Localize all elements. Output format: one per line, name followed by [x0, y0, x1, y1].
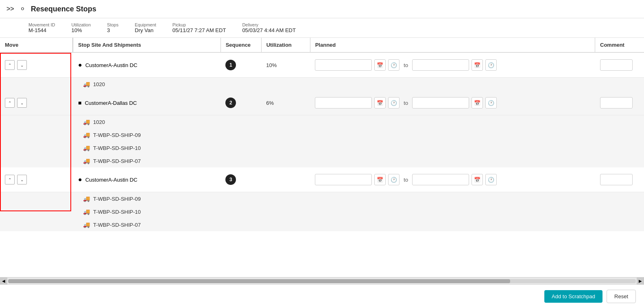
comment-input-2[interactable] — [600, 97, 633, 108]
meta-equipment: Equipment Dry Van — [135, 22, 156, 33]
clock-icon-from-2[interactable]: 🕐 — [388, 97, 399, 108]
cell-comment-2 — [595, 94, 644, 112]
shipment-row: 🚚 1020 — [0, 78, 644, 91]
add-to-scratchpad-button[interactable]: Add to Scratchpad — [544, 290, 603, 303]
shipment-id-2-4: T-WBP-SD-SHIP-07 — [93, 158, 141, 164]
reset-button[interactable]: Reset — [607, 290, 636, 303]
calendar-icon-from-3[interactable]: 📅 — [374, 174, 386, 185]
clock-icon-to-3[interactable]: 🕐 — [485, 174, 497, 185]
site-name-1: CustomerA-Austin DC — [85, 62, 138, 68]
col-header-comment: Comment — [595, 38, 644, 52]
planned-from-date-2[interactable] — [315, 97, 372, 108]
cell-comment-3 — [595, 171, 644, 189]
scroll-left-button[interactable]: ◀ — [0, 278, 7, 285]
cell-planned-2: 📅 🕐 to 📅 🕐 — [310, 94, 595, 112]
scroll-track — [8, 279, 636, 283]
planned-from-date-1[interactable] — [315, 59, 372, 71]
calendar-icon-to-3[interactable]: 📅 — [472, 174, 483, 185]
move-down-button-2[interactable]: ⌄ — [17, 98, 27, 108]
truck-icon: 🚚 — [83, 221, 90, 228]
cell-site-3: ● CustomerA-Austin DC — [73, 173, 220, 187]
calendar-icon-to-1[interactable]: 📅 — [472, 59, 483, 71]
table-header: Move Stop Site And Shipments Sequence Ut… — [0, 38, 644, 53]
shipment-site-2-1: 🚚 1020 — [78, 117, 644, 127]
stop-indicator-circle-3: ● — [78, 176, 82, 183]
page-icon: ⚬ — [19, 4, 26, 14]
cell-comment-1 — [595, 56, 644, 74]
table-body: ⌃ ⌄ ● CustomerA-Austin DC 1 10% 📅 🕐 to 📅… — [0, 53, 644, 277]
cell-seq-1: 1 — [220, 56, 261, 74]
planned-from-date-3[interactable] — [315, 174, 372, 185]
calendar-icon-to-2[interactable]: 📅 — [472, 97, 483, 108]
cell-move-1: ⌃ ⌄ — [0, 57, 73, 73]
meta-pickup: Pickup 05/11/27 7:27 AM EDT — [172, 22, 226, 33]
shipment-id-3-1: T-WBP-SD-SHIP-09 — [93, 196, 141, 202]
col-header-planned: Planned — [310, 38, 595, 52]
col-header-utilization: Utilization — [262, 38, 310, 52]
shipment-id-2-1: 1020 — [93, 119, 105, 125]
expand-icon[interactable]: >> — [7, 5, 14, 13]
cell-move-2: ⌃ ⌄ — [0, 95, 73, 111]
meta-bar: Movement ID M-1544 Utilization 10% Stops… — [0, 18, 644, 38]
cell-site-2: ■ CustomerA-Dallas DC — [73, 96, 220, 109]
cell-site-1: ● CustomerA-Austin DC — [73, 58, 220, 72]
cell-planned-3: 📅 🕐 to 📅 🕐 — [310, 171, 595, 189]
cell-planned-1: 📅 🕐 to 📅 🕐 — [310, 56, 595, 74]
planned-to-date-2[interactable] — [412, 97, 469, 108]
seq-badge-2: 2 — [225, 98, 236, 108]
cell-util-3 — [261, 176, 310, 183]
planned-to-date-1[interactable] — [412, 59, 469, 71]
move-up-button-2[interactable]: ⌃ — [5, 98, 15, 108]
move-up-button-3[interactable]: ⌃ — [5, 175, 15, 184]
shipment-site-2-3: 🚚 T-WBP-SD-SHIP-10 — [78, 143, 644, 153]
move-down-button-3[interactable]: ⌄ — [17, 175, 27, 184]
truck-icon: 🚚 — [83, 81, 90, 87]
calendar-icon-from-2[interactable]: 📅 — [374, 97, 386, 108]
clock-icon-from-3[interactable]: 🕐 — [388, 174, 399, 185]
shipment-row: 🚚 T-WBP-SD-SHIP-07 — [0, 154, 644, 167]
shipment-site-1-1: 🚚 1020 — [78, 79, 644, 89]
truck-icon: 🚚 — [83, 208, 90, 215]
cell-seq-3: 3 — [220, 171, 261, 188]
shipment-id-3-3: T-WBP-SD-SHIP-07 — [93, 222, 141, 228]
cell-util-1: 10% — [261, 59, 310, 72]
truck-icon: 🚚 — [83, 119, 90, 125]
footer: Add to Scratchpad Reset — [0, 284, 644, 308]
shipment-site-3-1: 🚚 T-WBP-SD-SHIP-09 — [78, 194, 644, 204]
cell-seq-2: 2 — [220, 94, 261, 111]
scroll-right-button[interactable]: ▶ — [637, 278, 644, 285]
scroll-thumb[interactable] — [8, 279, 510, 283]
shipment-row: 🚚 T-WBP-SD-SHIP-09 — [0, 128, 644, 141]
table-row: ⌃ ⌄ ■ CustomerA-Dallas DC 2 6% 📅 🕐 to 📅 … — [0, 91, 644, 115]
comment-input-3[interactable] — [600, 174, 633, 185]
truck-icon: 🚚 — [83, 158, 90, 164]
shipment-id-1-1: 1020 — [93, 81, 105, 87]
shipment-row: 🚚 T-WBP-SD-SHIP-10 — [0, 205, 644, 218]
col-header-move: Move — [0, 38, 73, 52]
shipment-id-2-2: T-WBP-SD-SHIP-09 — [93, 132, 141, 138]
meta-stops: Stops 3 — [107, 22, 118, 33]
table-row: ⌃ ⌄ ● CustomerA-Austin DC 1 10% 📅 🕐 to 📅… — [0, 53, 644, 78]
truck-icon: 🚚 — [83, 145, 90, 151]
cell-move-3: ⌃ ⌄ — [0, 171, 73, 188]
top-bar: >> ⚬ Resequence Stops — [0, 0, 644, 18]
meta-utilization: Utilization 10% — [71, 22, 91, 33]
clock-icon-to-2[interactable]: 🕐 — [485, 97, 497, 108]
clock-icon-to-1[interactable]: 🕐 — [485, 59, 497, 71]
page-title: Resequence Stops — [31, 5, 96, 13]
stop-indicator-circle-1: ● — [78, 61, 82, 69]
seq-badge-1: 1 — [225, 60, 236, 70]
shipment-row: 🚚 1020 — [0, 115, 644, 128]
move-up-button-1[interactable]: ⌃ — [5, 60, 15, 70]
calendar-icon-from-1[interactable]: 📅 — [374, 59, 386, 71]
planned-to-date-3[interactable] — [412, 174, 469, 185]
clock-icon-from-1[interactable]: 🕐 — [388, 59, 399, 71]
horizontal-scrollbar[interactable]: ◀ ▶ — [0, 277, 644, 284]
comment-input-1[interactable] — [600, 59, 633, 71]
shipment-site-3-2: 🚚 T-WBP-SD-SHIP-10 — [78, 207, 644, 217]
stop-indicator-square-2: ■ — [78, 100, 81, 106]
move-down-button-1[interactable]: ⌄ — [17, 60, 27, 70]
shipment-row: 🚚 T-WBP-SD-SHIP-10 — [0, 141, 644, 154]
shipment-row: 🚚 T-WBP-SD-SHIP-07 — [0, 218, 644, 231]
seq-badge-3: 3 — [225, 174, 236, 185]
